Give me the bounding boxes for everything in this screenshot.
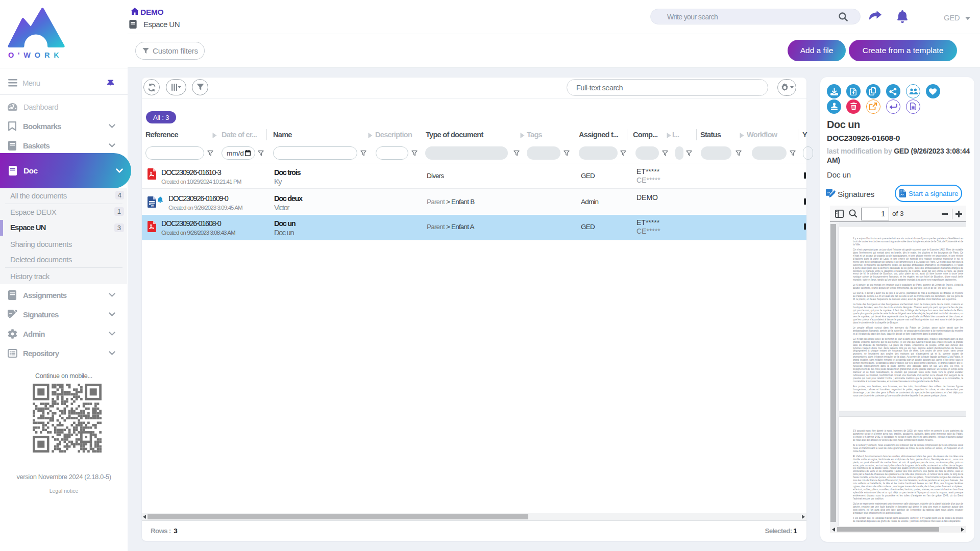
svg-text:w: w xyxy=(151,203,154,207)
svg-text:O'WORK: O'WORK xyxy=(8,51,63,59)
